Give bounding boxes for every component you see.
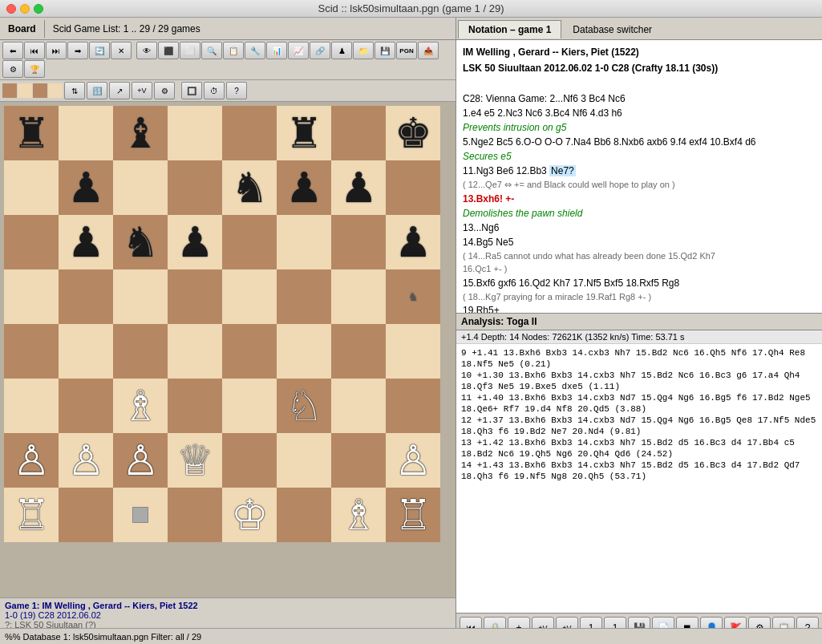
toolbar-btn-7[interactable]: 👁 <box>136 42 157 59</box>
sq-b5[interactable] <box>59 269 113 324</box>
toolbar-btn-2[interactable]: ⏮ <box>24 42 45 59</box>
toolbar-btn-3[interactable]: ⏭ <box>46 42 67 59</box>
sq-a3[interactable] <box>4 379 59 433</box>
sq-c5[interactable] <box>113 269 168 324</box>
toolbar-btn-22[interactable]: 🏆 <box>24 60 45 78</box>
sq-a1[interactable]: ♖ <box>4 488 59 542</box>
arrows-btn[interactable]: ↗ <box>109 82 130 99</box>
sq-f6[interactable] <box>277 215 331 269</box>
sq-b7[interactable]: ♟ <box>59 160 113 215</box>
sq-b4[interactable] <box>59 324 113 379</box>
sq-f4[interactable] <box>277 324 331 379</box>
sq-b2[interactable]: ♙ <box>59 433 113 488</box>
notation-moves4[interactable]: 15.Bxf6 gxf6 16.Qd2 Kh7 17.Nf5 Bxf5 18.R… <box>463 276 816 290</box>
sq-f2[interactable] <box>277 433 331 488</box>
sq-e5[interactable] <box>222 269 277 324</box>
sq-b3[interactable] <box>59 379 113 433</box>
sq-h6[interactable]: ♟ <box>386 215 440 269</box>
sq-c4[interactable] <box>113 324 168 379</box>
sq-a4[interactable] <box>4 324 59 379</box>
sq-e2[interactable] <box>222 433 277 488</box>
sq-e1[interactable]: ♔ <box>222 488 277 542</box>
notation-move14[interactable]: 14.Bg5 Ne5 <box>463 235 816 249</box>
sq-g5[interactable] <box>331 269 386 324</box>
toolbar-btn-17[interactable]: 📁 <box>353 42 374 59</box>
toolbar-btn-15[interactable]: 🔗 <box>310 42 330 59</box>
toolbar-btn-21[interactable]: ⚙ <box>2 60 23 78</box>
toolbar-btn-10[interactable]: 🔍 <box>201 42 222 59</box>
sq-c6[interactable]: ♞ <box>113 215 168 269</box>
sq-a8[interactable]: ♜ <box>4 106 59 160</box>
help-btn[interactable]: ? <box>226 82 247 99</box>
notation-var2b[interactable]: 16.Qc1 +- ) <box>463 262 816 276</box>
toolbar-btn-pgn[interactable]: PGN <box>396 42 417 59</box>
board-tab[interactable]: Board <box>0 20 45 38</box>
notation-move-ne7[interactable]: Ne7? <box>549 165 576 176</box>
sq-e8[interactable] <box>222 106 277 160</box>
sq-d1[interactable] <box>168 488 222 542</box>
sq-d7[interactable] <box>168 160 222 215</box>
maximize-button[interactable] <box>34 4 43 14</box>
toolbar-btn-4[interactable]: ➡ <box>67 42 88 59</box>
sq-d6[interactable]: ♟ <box>168 215 222 269</box>
notation-var3[interactable]: ( 18...Kg7 praying for a miracle 19.Raf1… <box>463 290 816 304</box>
sq-e6[interactable] <box>222 215 277 269</box>
notation-moves1[interactable]: 1.e4 e5 2.Nc3 Nc6 3.Bc4 Nf6 4.d3 h6 <box>463 106 816 120</box>
sq-g1[interactable]: ♗ <box>331 488 386 542</box>
coords-btn[interactable]: 🔢 <box>87 82 107 99</box>
sq-e4[interactable] <box>222 324 277 379</box>
sq-d3[interactable] <box>168 379 222 433</box>
close-button[interactable] <box>6 4 16 14</box>
sq-h8[interactable]: ♚ <box>386 106 440 160</box>
sq-h1[interactable]: ♖ <box>386 488 440 542</box>
sq-g7[interactable]: ♟ <box>331 160 386 215</box>
sq-h3[interactable] <box>386 379 440 433</box>
notation-tab[interactable]: Notation – game 1 <box>458 20 561 38</box>
sq-a6[interactable] <box>4 215 59 269</box>
toolbar-btn-14[interactable]: 📈 <box>288 42 309 59</box>
db-switcher-tab[interactable]: Database switcher <box>565 21 660 38</box>
sq-g4[interactable] <box>331 324 386 379</box>
setup-btn[interactable]: 🔲 <box>181 82 202 99</box>
sq-b6[interactable]: ♟ <box>59 215 113 269</box>
toolbar-btn-11[interactable]: 📋 <box>223 42 244 59</box>
sq-h2[interactable]: ♙ <box>386 433 440 488</box>
engine-btn[interactable]: ⚙ <box>154 82 175 99</box>
notation-move11[interactable]: 11.Ng3 Be6 12.Bb3 <box>463 165 549 176</box>
sq-a5[interactable] <box>4 269 59 324</box>
sq-d5[interactable] <box>168 269 222 324</box>
sq-g2[interactable] <box>331 433 386 488</box>
sq-f1[interactable] <box>277 488 331 542</box>
toolbar-btn-16[interactable]: ♟ <box>331 42 352 59</box>
notation-moves3[interactable]: 11.Ng3 Be6 12.Bb3 Ne7? <box>463 164 816 178</box>
clock-btn[interactable]: ⏱ <box>204 82 225 99</box>
sq-g6[interactable] <box>331 215 386 269</box>
sq-c7[interactable] <box>113 160 168 215</box>
toolbar-btn-6[interactable]: ✕ <box>111 42 132 59</box>
eval-btn[interactable]: +V <box>132 82 152 99</box>
toolbar-btn-12[interactable]: 🔧 <box>245 42 265 59</box>
sq-g3[interactable] <box>331 379 386 433</box>
minimize-button[interactable] <box>20 4 30 14</box>
notation-move13ng6[interactable]: 13...Ng6 <box>463 221 816 235</box>
sq-c8[interactable]: ♝ <box>113 106 168 160</box>
sq-a2[interactable]: ♙ <box>4 433 59 488</box>
sq-c3[interactable]: ♗ <box>113 379 168 433</box>
toolbar-btn-5[interactable]: 🔄 <box>89 42 110 59</box>
flip-board-btn[interactable]: ⇅ <box>64 82 85 99</box>
toolbar-btn-1[interactable]: ⬅ <box>2 42 23 59</box>
sq-c2[interactable]: ♙ <box>113 433 168 488</box>
notation-moves2[interactable]: 5.Nge2 Bc5 6.O-O O-O 7.Na4 Bb6 8.Nxb6 ax… <box>463 135 816 149</box>
gamelist-tab[interactable]: Scid Game List: 1 .. 29 / 29 games <box>45 20 456 38</box>
sq-c1[interactable] <box>113 488 168 542</box>
sq-a7[interactable] <box>4 160 59 215</box>
sq-h5[interactable]: ♞ <box>386 269 440 324</box>
sq-b1[interactable] <box>59 488 113 542</box>
toolbar-btn-8[interactable]: ⬛ <box>158 42 179 59</box>
sq-b8[interactable] <box>59 106 113 160</box>
notation-move19[interactable]: 19.Rh5+ <box>463 303 816 313</box>
toolbar-btn-18[interactable]: 💾 <box>375 42 395 59</box>
sq-h4[interactable] <box>386 324 440 379</box>
sq-d8[interactable] <box>168 106 222 160</box>
sq-f5[interactable] <box>277 269 331 324</box>
